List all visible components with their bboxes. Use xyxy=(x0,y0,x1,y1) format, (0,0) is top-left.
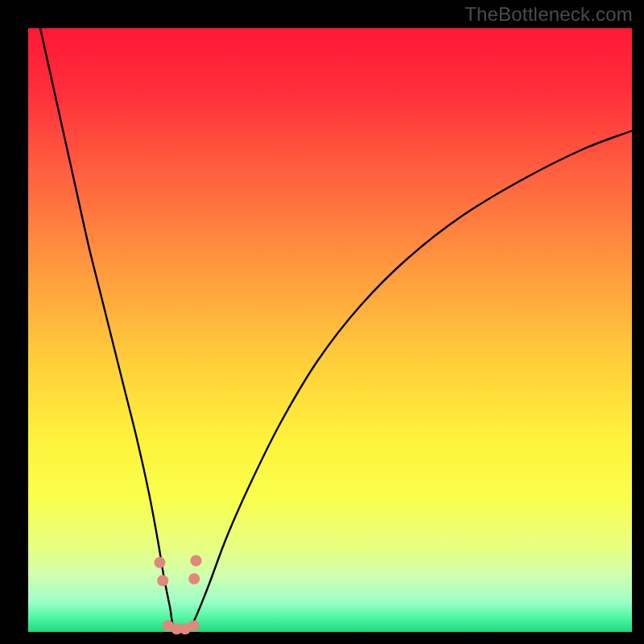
marker-right_cluster_upper xyxy=(191,555,202,567)
marker-bottom_d xyxy=(188,621,200,632)
marker-left_cluster_upper xyxy=(155,557,166,568)
marker-right_cluster_lower xyxy=(188,573,200,584)
plot-area xyxy=(28,28,632,632)
chart-stage: TheBottleneck.com xyxy=(0,0,644,644)
bottleneck-chart xyxy=(0,0,644,644)
marker-left_cluster_lower xyxy=(157,575,168,586)
watermark-label: TheBottleneck.com xyxy=(464,3,633,26)
